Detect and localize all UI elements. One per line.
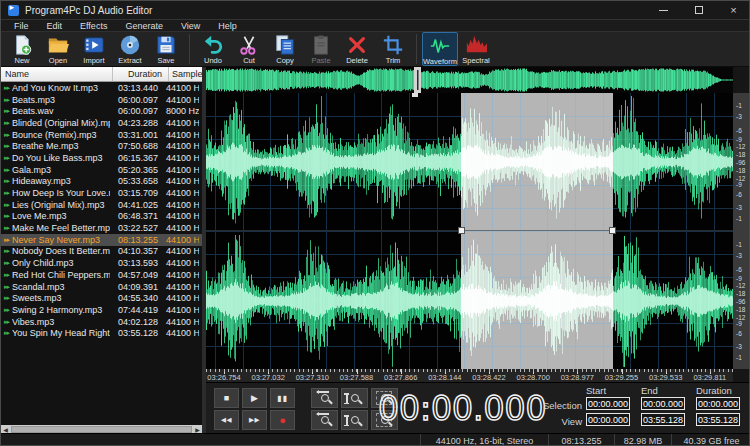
toolbar-save-button[interactable]: Save: [148, 32, 184, 66]
vertical-bracket-mark: [346, 393, 348, 404]
file-name: How Deep Is Your Love.mp3: [12, 188, 110, 198]
record-button[interactable]: ●: [270, 410, 295, 430]
fast-forward-button[interactable]: ▶▶: [242, 410, 267, 430]
db-scale-label: -9: [736, 320, 742, 327]
file-duration: 03:15.709: [110, 188, 162, 198]
scroll-left-icon[interactable]: ◀: [1, 425, 10, 433]
selection-start-field[interactable]: 00:00.000: [586, 397, 630, 410]
menu-item-file[interactable]: File: [5, 20, 38, 31]
toolbar-spectral-button[interactable]: Spectral: [458, 32, 494, 66]
file-row[interactable]: ▸▸Sweets.mp304:55.34044100 Hz: [1, 292, 202, 304]
audio-file-icon: ▸▸: [1, 107, 12, 115]
ruler-time-label: 03:27.866: [384, 373, 417, 382]
audio-file-icon: ▸▸: [1, 154, 12, 162]
file-row[interactable]: ▸▸Swing 2 Harmony.mp307:44.41944100 Hz: [1, 304, 202, 316]
view-duration-field[interactable]: 03:55.128: [696, 413, 740, 426]
file-row[interactable]: ▸▸Never Say Never.mp308:13.25544100 Hz: [1, 234, 202, 246]
status-segment-3: 82.98 MB: [614, 434, 671, 446]
column-header-name[interactable]: Name: [1, 67, 113, 81]
scroll-right-icon[interactable]: ▶: [193, 425, 202, 433]
magnifier-icon: [321, 416, 329, 424]
close-button[interactable]: ×: [716, 1, 750, 19]
file-row[interactable]: ▸▸Gala.mp305:20.36544100 Hz: [1, 164, 202, 176]
toolbar-button-label: Extract: [118, 56, 141, 65]
file-list-horizontal-scrollbar[interactable]: ◀ ▶: [1, 425, 202, 433]
file-list-header: Name Duration Sample Rate: [1, 67, 202, 82]
file-row[interactable]: ▸▸Beats.mp306:00.09744100 Hz: [1, 94, 202, 106]
time-ruler[interactable]: 03:26.75403:27.03203:27.31003:27.58803:2…: [206, 369, 733, 382]
file-row[interactable]: ▸▸You Spin My Head Right Round...03:55.1…: [1, 327, 202, 339]
menu-bar: FileEditEffectsGenerateViewHelp: [1, 20, 750, 32]
toolbar-undo-button[interactable]: Undo: [195, 32, 231, 66]
menu-item-edit[interactable]: Edit: [38, 20, 72, 31]
toolbar-extract-button[interactable]: Extract: [112, 32, 148, 66]
toolbar-import-button[interactable]: Import: [76, 32, 112, 66]
view-row-label: View: [510, 416, 582, 427]
menu-item-generate[interactable]: Generate: [116, 20, 172, 31]
audio-file-icon: ▸▸: [1, 247, 12, 255]
toolbar-cut-button[interactable]: Cut: [231, 32, 267, 66]
file-row[interactable]: ▸▸Lies (Original Mix).mp304:41.02544100 …: [1, 199, 202, 211]
file-sample-rate: 44100 Hz: [162, 141, 199, 151]
db-scale-label: -18: [736, 151, 745, 158]
rewind-button[interactable]: ◀◀: [214, 410, 239, 430]
toolbar-open-button[interactable]: Open: [40, 32, 76, 66]
toolbar-copy-button[interactable]: Copy: [267, 32, 303, 66]
file-row[interactable]: ▸▸How Deep Is Your Love.mp303:15.7094410…: [1, 187, 202, 199]
selection-end-field[interactable]: 00:00.000: [641, 397, 685, 410]
pause-button[interactable]: ▮▮: [270, 388, 295, 408]
file-row[interactable]: ▸▸Make Me Feel Better.mp303:22.52744100 …: [1, 222, 202, 234]
waveform-overview[interactable]: [206, 67, 733, 93]
toolbar-waveform-button[interactable]: Waveform: [422, 32, 458, 66]
menu-item-help[interactable]: Help: [209, 20, 246, 31]
maximize-button[interactable]: [681, 1, 716, 19]
file-row[interactable]: ▸▸Breathe Me.mp307:50.68844100 Hz: [1, 140, 202, 152]
minimize-button[interactable]: [646, 1, 681, 19]
play-button[interactable]: ▶: [242, 388, 267, 408]
zoom-out-vertical-button[interactable]: [341, 410, 368, 430]
file-row[interactable]: ▸▸Beats.wav06:00.0978000 Hz: [1, 105, 202, 117]
toolbar: NewOpenImportExtractSaveUndoCutCopyPaste…: [1, 32, 750, 67]
toolbar-button-label: Save: [157, 56, 174, 65]
zoom-in-horizontal-button[interactable]: [311, 388, 338, 408]
column-header-sample-rate[interactable]: Sample Rate: [169, 67, 202, 81]
file-row[interactable]: ▸▸Love Me.mp306:48.37144100 Hz: [1, 211, 202, 223]
view-end-field[interactable]: 03:55.128: [641, 413, 685, 426]
header-end: End: [641, 385, 685, 396]
transport-row-1: ■▶▮▮: [214, 388, 398, 408]
horizontal-arrow-mark: [317, 391, 329, 393]
toolbar-button-label: Paste: [311, 56, 330, 65]
waveform-main-view[interactable]: [206, 93, 733, 369]
column-header-duration[interactable]: Duration: [113, 67, 169, 81]
file-duration: 04:02.128: [110, 317, 162, 327]
file-row[interactable]: ▸▸Scandal.mp304:09.39144100 Hz: [1, 281, 202, 293]
file-sample-rate: 44100 Hz: [162, 211, 199, 221]
menu-item-effects[interactable]: Effects: [71, 20, 116, 31]
file-row[interactable]: ▸▸Nobody Does It Better.mp304:10.3574410…: [1, 246, 202, 258]
waveform-icon: [429, 35, 451, 57]
file-row[interactable]: ▸▸Bounce (Remix).mp303:31.00144100 Hz: [1, 129, 202, 141]
file-row[interactable]: ▸▸Only Child.mp303:13.59344100 Hz: [1, 257, 202, 269]
file-duration: 03:13.593: [110, 258, 162, 268]
file-row[interactable]: ▸▸Red Hot Chili Peppers.mp304:57.0494410…: [1, 269, 202, 281]
zoom-out-horizontal-button[interactable]: [311, 410, 338, 430]
file-row[interactable]: ▸▸Vibes.mp304:02.12844100 Hz: [1, 316, 202, 328]
toolbar-new-button[interactable]: New: [4, 32, 40, 66]
file-sample-rate: 44100 Hz: [162, 305, 199, 315]
toolbar-trim-button[interactable]: Trim: [375, 32, 411, 66]
menu-item-view[interactable]: View: [172, 20, 209, 31]
scrollbar-thumb[interactable]: [11, 426, 192, 433]
file-row[interactable]: ▸▸Do You Like Bass.mp306:15.36744100 Hz: [1, 152, 202, 164]
view-start-field[interactable]: 00:00.000: [586, 413, 630, 426]
file-row[interactable]: ▸▸And You Know It.mp303:13.44044100 Hz: [1, 82, 202, 94]
file-row[interactable]: ▸▸Hideaway.mp305:33.65844100 Hz: [1, 176, 202, 188]
toolbar-delete-button[interactable]: Delete: [339, 32, 375, 66]
stop-button[interactable]: ■: [214, 388, 239, 408]
file-sample-rate: 44100 Hz: [162, 83, 199, 93]
file-sample-rate: 8000 Hz: [162, 106, 199, 116]
undo-icon: [202, 34, 224, 56]
selection-duration-field[interactable]: 00:00.000: [696, 397, 740, 410]
toolbar-separator: [189, 34, 190, 64]
file-row[interactable]: ▸▸Blinded (Original Mix).mp304:23.288441…: [1, 117, 202, 129]
zoom-in-vertical-button[interactable]: [341, 388, 368, 408]
